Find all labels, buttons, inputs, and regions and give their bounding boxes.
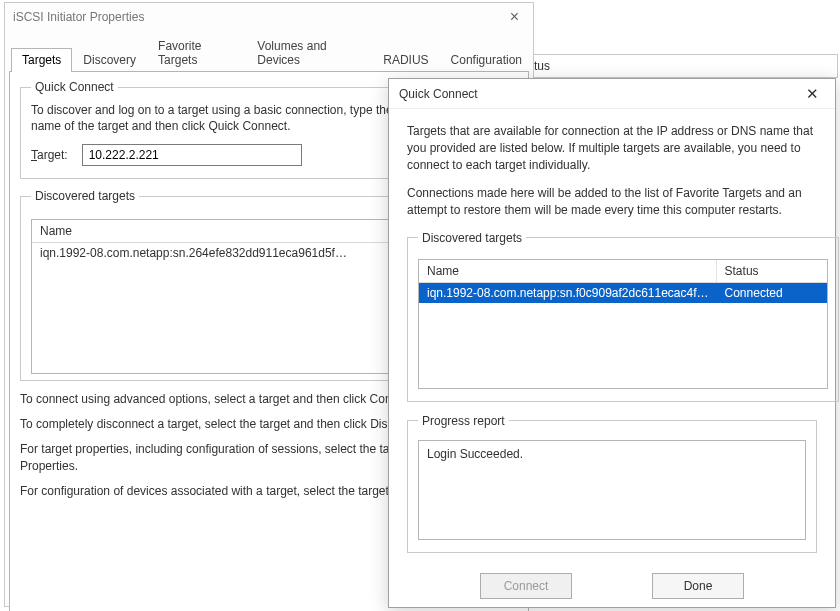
front-titlebar: Quick Connect ✕	[389, 79, 835, 109]
front-paragraph-1: Targets that are available for connectio…	[407, 123, 817, 173]
front-discovered-targets-group: Discovered targets Name Status iqn.1992-…	[407, 231, 839, 402]
back-tabstrip: Targets Discovery Favorite Targets Volum…	[5, 33, 533, 71]
target-input[interactable]	[82, 144, 302, 166]
progress-report-legend: Progress report	[418, 414, 509, 428]
background-status-header: Status	[510, 54, 838, 78]
tab-radius[interactable]: RADIUS	[372, 48, 439, 72]
row-name: iqn.1992-08.com.netapp:sn.f0c909af2dc611…	[419, 283, 717, 303]
front-button-row: Connect Done	[407, 573, 817, 599]
row-name: iqn.1992-08.com.netapp:sn.264efe832dd911…	[32, 243, 446, 263]
front-window-title: Quick Connect	[399, 87, 478, 101]
target-label: Target:	[31, 148, 68, 162]
tab-volumes-and-devices[interactable]: Volumes and Devices	[246, 34, 372, 72]
front-discovered-targets-legend: Discovered targets	[418, 231, 526, 245]
col-status[interactable]: Status	[717, 260, 827, 282]
front-list-header: Name Status	[419, 260, 827, 283]
front-paragraph-2: Connections made here will be added to t…	[407, 185, 817, 219]
discovered-targets-legend: Discovered targets	[31, 189, 139, 203]
front-discovered-targets-list[interactable]: Name Status iqn.1992-08.com.netapp:sn.f0…	[418, 259, 828, 389]
back-window-title: iSCSI Initiator Properties	[13, 10, 144, 24]
done-button[interactable]: Done	[652, 573, 744, 599]
close-icon[interactable]: ✕	[800, 85, 825, 103]
front-body: Targets that are available for connectio…	[389, 109, 835, 611]
close-icon[interactable]: ×	[504, 8, 525, 26]
quick-connect-window: Quick Connect ✕ Targets that are availab…	[388, 78, 836, 608]
progress-report-text: Login Succeeded.	[427, 447, 523, 461]
table-row[interactable]: iqn.1992-08.com.netapp:sn.f0c909af2dc611…	[419, 283, 827, 303]
back-titlebar: iSCSI Initiator Properties ×	[5, 3, 533, 31]
row-status: Connected	[717, 283, 827, 303]
tab-discovery[interactable]: Discovery	[72, 48, 147, 72]
progress-report-group: Progress report Login Succeeded.	[407, 414, 817, 553]
quick-connect-legend: Quick Connect	[31, 80, 118, 94]
col-name[interactable]: Name	[32, 220, 446, 242]
tab-favorite-targets[interactable]: Favorite Targets	[147, 34, 246, 72]
progress-report-box: Login Succeeded.	[418, 440, 806, 540]
col-name[interactable]: Name	[419, 260, 717, 282]
tab-targets[interactable]: Targets	[11, 48, 72, 72]
connect-button: Connect	[480, 573, 572, 599]
tab-configuration[interactable]: Configuration	[440, 48, 533, 72]
